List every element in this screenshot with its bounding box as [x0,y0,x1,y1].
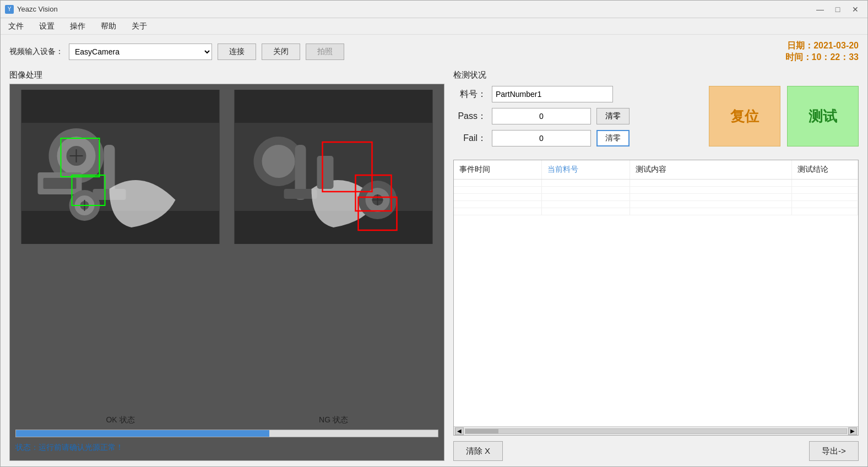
col-part-number: 当前料号 [542,160,630,179]
scroll-track[interactable] [465,428,847,434]
image-area: OK 状态 [9,84,444,461]
event-table: 事件时间 当前料号 测试内容 测试结论 [453,160,859,436]
time-value: 10：22：33 [812,52,859,62]
main-content: 视频输入设备： EasyCamera 连接 关闭 拍照 日期：2021-03-2… [1,35,867,466]
menu-item-help[interactable]: 帮助 [97,20,120,32]
app-icon: Y [5,5,14,14]
fail-row: Fail： 清零 [453,130,630,146]
minimize-button[interactable]: — [812,3,828,15]
pass-label: Pass： [453,111,486,122]
ng-canvas [229,90,438,412]
part-number-row: 料号： [453,86,630,102]
image-processing-title: 图像处理 [9,70,444,80]
table-scrollbar[interactable]: ◀ ▶ [454,426,858,435]
toolbar-row: 视频输入设备： EasyCamera 连接 关闭 拍照 日期：2021-03-2… [9,40,859,63]
bottom-bar: 清除 X 导出-> [453,441,859,461]
image-inner: OK 状态 [15,90,438,425]
date-label: 日期： [787,41,813,50]
scroll-left-arrow[interactable]: ◀ [455,427,464,435]
menu-item-about[interactable]: 关于 [128,20,150,32]
svg-point-23 [262,145,295,178]
detection-form: 料号： Pass： 清零 Fail： 清零 [453,86,630,146]
titlebar: Y Yeazc Vision — □ ✕ [1,1,867,18]
col-test-content: 测试内容 [630,160,792,179]
close-camera-button[interactable]: 关闭 [262,44,300,60]
menu-item-operation[interactable]: 操作 [67,20,89,32]
pass-input[interactable] [492,108,591,124]
test-button[interactable]: 测试 [787,86,859,146]
clear-x-button[interactable]: 清除 X [453,441,503,461]
pass-row: Pass： 清零 [453,108,630,124]
scroll-thumb[interactable] [465,429,498,433]
fail-label: Fail： [453,133,486,144]
app-title: Yeazc Vision [17,5,58,13]
col-test-result: 测试结论 [792,160,858,179]
camera-label: 视频输入设备： [9,47,63,57]
part-number-input[interactable] [492,86,613,102]
table-row [454,180,858,187]
date-value: 2021-03-20 [813,41,859,50]
ng-image-section: NG 状态 [229,90,438,425]
menu-item-file[interactable]: 文件 [5,20,27,32]
datetime-block: 日期：2021-03-20 时间：10：22：33 [785,40,859,63]
detection-title: 检测状况 [453,70,859,80]
export-button[interactable]: 导出-> [809,441,859,461]
menu-item-settings[interactable]: 设置 [36,20,58,32]
table-row [454,194,858,201]
clear-pass-button[interactable]: 清零 [596,108,630,124]
camera-select[interactable]: EasyCamera [69,44,212,60]
status-bar: 状态：运行前请确认光源正常！ [15,441,438,455]
col-event-time: 事件时间 [454,160,542,179]
close-button[interactable]: ✕ [848,3,863,15]
clear-fail-button[interactable]: 清零 [596,130,630,146]
progress-bar-fill [16,430,269,437]
detection-top: 料号： Pass： 清零 Fail： 清零 [453,86,859,153]
left-panel: 图像处理 [9,70,444,461]
ng-label: NG 状态 [319,415,348,425]
ok-image-section: OK 状态 [15,90,225,425]
right-panel: 检测状况 料号： Pass： 清零 [453,70,859,461]
part-number-label: 料号： [453,89,486,100]
status-text: 状态：运行前请确认光源正常！ [15,443,123,452]
reset-button[interactable]: 复位 [709,86,780,146]
ok-canvas [15,90,225,412]
menubar: 文件 设置 操作 帮助 关于 [1,18,867,35]
maximize-button[interactable]: □ [830,3,845,15]
ok-label: OK 状态 [106,415,134,425]
panels-row: 图像处理 [9,70,859,461]
window-controls: — □ ✕ [812,3,863,15]
table-row [454,208,858,215]
table-header: 事件时间 当前料号 测试内容 测试结论 [454,160,858,180]
time-label: 时间： [785,52,812,62]
progress-bar [15,430,438,437]
table-body[interactable] [454,180,858,426]
table-row [454,201,858,208]
date-display: 日期：2021-03-20 [785,40,859,52]
fail-input[interactable] [492,130,591,146]
photo-button[interactable]: 拍照 [306,44,344,60]
scroll-right-arrow[interactable]: ▶ [848,427,857,435]
action-buttons: 复位 测试 [709,86,859,146]
time-display: 时间：10：22：33 [785,52,859,63]
table-row [454,187,858,194]
connect-button[interactable]: 连接 [218,44,256,60]
svg-rect-26 [317,156,334,189]
